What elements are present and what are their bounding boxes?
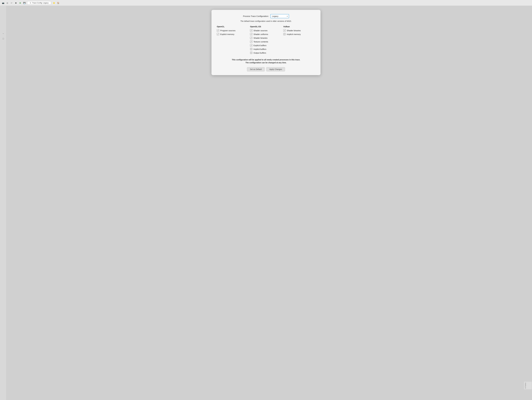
target-icon: ◎ [6, 1, 9, 4]
checkbox-output-buffers: Output buffers [250, 52, 281, 54]
footer-line1: This configuration will be applied to al… [232, 59, 300, 61]
checkbox-implicit-memory-label: Implicit memory [287, 33, 301, 35]
checkbox-explicit-buffers-box[interactable] [250, 44, 253, 47]
checkbox-shader-binaries-vk: Shader binaries [283, 29, 314, 32]
save-icon[interactable]: 💾 [23, 1, 26, 4]
opengles-column: OpenGL ES Shader sources Shader uniforms… [249, 25, 282, 55]
gear-icon: ⚙ [30, 2, 32, 4]
checkbox-output-buffers-box[interactable] [250, 52, 253, 54]
checkbox-shader-binaries-gles-box[interactable] [250, 37, 253, 39]
footer-line2: The configuration can be changed at any … [246, 62, 287, 64]
config-label: Process Trace Configuration: [243, 15, 269, 17]
checkbox-explicit-memory-box[interactable] [217, 33, 219, 35]
dialog-buttons: Set as Default Apply Changes [217, 67, 315, 71]
left-panel: − □ [0, 6, 7, 400]
vulkan-column: Vulkan Shader binaries Implicit memory [282, 25, 315, 55]
minus-icon[interactable]: − [3, 32, 4, 35]
checkbox-shader-binaries-gles-label: Shader binaries [253, 37, 267, 39]
dialog-subtitle: The default trace configuration used in … [217, 20, 315, 22]
checkbox-implicit-memory-box[interactable] [283, 33, 286, 35]
checkbox-shader-binaries-vk-label: Shader binaries [287, 29, 301, 32]
checkbox-shader-sources: Shader sources [250, 29, 281, 32]
checkbox-program-sources: Program sources [217, 29, 247, 32]
checkbox-texture-contents-box[interactable] [250, 40, 253, 43]
checkbox-program-sources-box[interactable] [217, 29, 219, 32]
checkbox-program-sources-label: Program sources [220, 29, 235, 32]
toolbar-title: Trace Config: Legacy [32, 2, 49, 4]
checkbox-implicit-memory: Implicit memory [283, 33, 314, 35]
right-panel: rk Notes [524, 6, 532, 400]
checkbox-implicit-buffers: Implicit buffers [250, 48, 281, 50]
config-select[interactable]: Legacy Default Custom [270, 14, 289, 18]
checkbox-implicit-buffers-box[interactable] [250, 48, 253, 50]
checkbox-explicit-memory-label: Explicit memory [220, 33, 234, 35]
checkbox-texture-contents: Texture contents [250, 40, 281, 43]
camera-icon: 📷 [2, 1, 5, 4]
checkbox-texture-contents-label: Texture contents [253, 41, 268, 43]
arrow-back-icon[interactable]: ↩ [10, 1, 13, 4]
home-icon[interactable]: 🏠 [57, 1, 60, 4]
vulkan-title: Vulkan [283, 25, 314, 28]
apply-changes-button[interactable]: Apply Changes [266, 67, 285, 71]
toolbar: 📷 ◎ ↩ ⏺ ⏺ 💾 ⚙ Trace Config: Legacy ⭐ 🏠 [0, 0, 532, 6]
checkbox-shader-binaries-gles: Shader binaries [250, 37, 281, 39]
opencl-column: OpenCL Program sources Explicit memory [217, 25, 249, 55]
checkbox-shader-uniforms-box[interactable] [250, 33, 253, 35]
checkbox-shader-binaries-vk-box[interactable] [283, 29, 286, 32]
opencl-title: OpenCL [217, 25, 247, 28]
footer-note: This configuration will be applied to al… [217, 58, 315, 64]
side-note: rk Notes [524, 382, 532, 389]
square-icon[interactable]: □ [3, 38, 4, 40]
columns: OpenCL Program sources Explicit memory O… [217, 25, 315, 55]
set-default-button[interactable]: Set as Default [247, 67, 265, 71]
star-icon[interactable]: ⭐ [52, 1, 55, 4]
main-area: − □ Process Trace Configuration: Legacy … [0, 6, 532, 400]
trace-config-dialog: Process Trace Configuration: Legacy Defa… [211, 10, 321, 75]
checkbox-explicit-memory: Explicit memory [217, 33, 247, 35]
checkbox-shader-uniforms-label: Shader uniforms [253, 33, 268, 35]
checkbox-shader-sources-label: Shader sources [253, 29, 267, 32]
record-g-icon[interactable]: ⏺ [19, 1, 22, 4]
checkbox-explicit-buffers-label: Explicit buffers [253, 44, 266, 47]
checkbox-explicit-buffers: Explicit buffers [250, 44, 281, 47]
config-row: Process Trace Configuration: Legacy Defa… [217, 14, 315, 18]
checkbox-shader-sources-box[interactable] [250, 29, 253, 32]
title-tab: ⚙ Trace Config: Legacy [27, 1, 51, 5]
checkbox-output-buffers-label: Output buffers [253, 52, 266, 54]
opengles-title: OpenGL ES [250, 25, 281, 28]
checkbox-shader-uniforms: Shader uniforms [250, 33, 281, 35]
record-r-icon[interactable]: ⏺ [14, 1, 17, 4]
select-wrapper[interactable]: Legacy Default Custom [270, 14, 289, 18]
checkbox-implicit-buffers-label: Implicit buffers [253, 48, 266, 50]
